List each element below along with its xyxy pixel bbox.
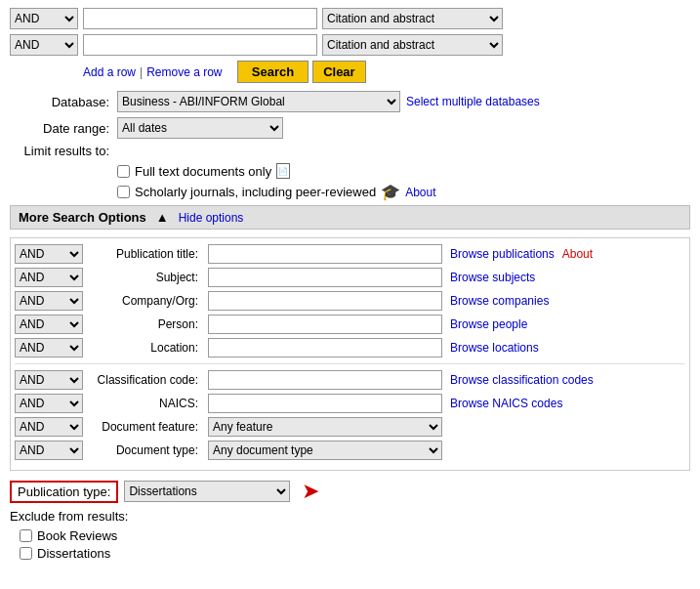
more-options-label: More Search Options (19, 210, 146, 225)
field-select-2[interactable]: Citation and abstract Abstract Title Aut… (322, 34, 503, 56)
document-icon: 📄 (276, 163, 290, 179)
doc-feature-label: Document feature: (87, 420, 204, 434)
adv-row-naics: ANDORNOT NAICS: Browse NAICS codes (15, 394, 685, 413)
main-container: AND OR NOT Citation and abstract Abstrac… (0, 0, 700, 571)
exclude-results-row: Exclude from results: (10, 509, 690, 524)
clear-button[interactable]: Clear (312, 61, 366, 83)
browse-subjects-link[interactable]: Browse subjects (450, 271, 535, 284)
adv-op-subject[interactable]: ANDORNOT (15, 268, 83, 287)
exclude-dissertations-row: Dissertations (20, 546, 690, 561)
adv-op-location[interactable]: ANDORNOT (15, 338, 83, 358)
pub-title-input[interactable] (208, 244, 442, 264)
person-label: Person: (87, 317, 204, 331)
fulltext-label: Full text documents only (135, 164, 271, 179)
advanced-rows-section: ANDORNOT Publication title: Browse publi… (10, 237, 690, 471)
pub-title-label: Publication title: (87, 247, 204, 261)
search-row-2: AND OR NOT Citation and abstract Abstrac… (10, 34, 690, 56)
naics-input[interactable] (208, 394, 442, 413)
separator: | (140, 65, 143, 79)
publication-type-row: Publication type: Dissertations All Jour… (10, 479, 690, 504)
search-button[interactable]: Search (237, 61, 309, 83)
doc-type-label: Document type: (87, 443, 204, 457)
company-input[interactable] (208, 291, 442, 311)
date-range-label: Date range: (10, 121, 117, 136)
red-arrow-icon: ➤ (302, 479, 319, 504)
scholarly-checkbox-row: Scholarly journals, including peer-revie… (117, 183, 690, 201)
hide-options-link[interactable]: Hide options (179, 211, 244, 225)
subject-input[interactable] (208, 268, 442, 287)
more-options-bar: More Search Options ▲ Hide options (10, 205, 690, 230)
section-divider-1 (15, 363, 685, 364)
browse-people-link[interactable]: Browse people (450, 317, 527, 331)
adv-row-subject: ANDORNOT Subject: Browse subjects (15, 268, 685, 287)
search-input-2[interactable] (83, 34, 317, 56)
operator-select-2[interactable]: AND OR NOT (10, 34, 78, 56)
browse-classification-link[interactable]: Browse classification codes (450, 373, 594, 387)
hide-arrow-icon: ▲ (156, 210, 169, 225)
database-select[interactable]: Business - ABI/INFORM Global ProQuest Ce… (117, 91, 400, 112)
exclude-book-reviews-row: Book Reviews (20, 528, 690, 543)
adv-op-naics[interactable]: ANDORNOT (15, 394, 83, 413)
limit-results-row: Limit results to: (10, 144, 690, 158)
location-label: Location: (87, 341, 204, 355)
naics-label: NAICS: (87, 397, 204, 410)
browse-publications-link[interactable]: Browse publications (450, 247, 555, 261)
adv-row-person: ANDORNOT Person: Browse people (15, 315, 685, 334)
scholarly-about-link[interactable]: About (405, 186, 435, 199)
remove-row-link[interactable]: Remove a row (146, 65, 222, 79)
fulltext-checkbox-row: Full text documents only 📄 (117, 163, 690, 179)
scholarly-label: Scholarly journals, including peer-revie… (135, 185, 376, 199)
adv-row-doc-feature: ANDORNOT Document feature: Any feature C… (15, 417, 685, 437)
fulltext-checkbox[interactable] (117, 165, 130, 178)
pub-title-about-link[interactable]: About (562, 247, 593, 261)
browse-naics-link[interactable]: Browse NAICS codes (450, 397, 562, 410)
adv-row-classification: ANDORNOT Classification code: Browse cla… (15, 370, 685, 390)
publication-type-select[interactable]: Dissertations All Journals Books Confere… (124, 481, 290, 502)
doc-feature-select[interactable]: Any feature Charts Graphs Tables Photos (208, 417, 442, 437)
browse-companies-link[interactable]: Browse companies (450, 294, 549, 308)
adv-op-person[interactable]: ANDORNOT (15, 315, 83, 334)
exclude-book-reviews-checkbox[interactable] (20, 529, 32, 542)
adv-row-pub-title: ANDORNOT Publication title: Browse publi… (15, 244, 685, 264)
location-input[interactable] (208, 338, 442, 358)
database-control: Business - ABI/INFORM Global ProQuest Ce… (117, 91, 540, 112)
select-multiple-databases-link[interactable]: Select multiple databases (406, 95, 540, 108)
date-range-control: All dates Last 7 days Last 30 days Last … (117, 117, 283, 139)
exclude-results-label: Exclude from results: (10, 509, 128, 524)
field-select-1[interactable]: Citation and abstract Abstract Title Aut… (322, 8, 503, 29)
graduation-icon: 🎓 (381, 183, 400, 201)
limit-results-label: Limit results to: (10, 144, 117, 158)
adv-row-doc-type: ANDORNOT Document type: Any document typ… (15, 441, 685, 460)
search-row-1: AND OR NOT Citation and abstract Abstrac… (10, 8, 690, 29)
subject-label: Subject: (87, 271, 204, 284)
scholarly-checkbox[interactable] (117, 186, 130, 198)
publication-type-label: Publication type: (10, 481, 118, 503)
add-row-link[interactable]: Add a row (83, 65, 136, 79)
database-row: Database: Business - ABI/INFORM Global P… (10, 91, 690, 112)
company-label: Company/Org: (87, 294, 204, 308)
browse-locations-link[interactable]: Browse locations (450, 341, 539, 355)
adv-op-company[interactable]: ANDORNOT (15, 291, 83, 311)
operator-select-1[interactable]: AND OR NOT (10, 8, 78, 29)
database-label: Database: (10, 95, 117, 109)
adv-row-location: ANDORNOT Location: Browse locations (15, 338, 685, 358)
date-range-select[interactable]: All dates Last 7 days Last 30 days Last … (117, 117, 283, 139)
adv-row-company: ANDORNOT Company/Org: Browse companies (15, 291, 685, 311)
exclude-book-reviews-label: Book Reviews (37, 528, 117, 543)
exclude-dissertations-checkbox[interactable] (20, 547, 32, 560)
row-actions: Add a row | Remove a row Search Clear (83, 61, 690, 83)
date-range-row: Date range: All dates Last 7 days Last 3… (10, 117, 690, 139)
adv-op-pub-title[interactable]: ANDORNOT (15, 244, 83, 264)
adv-op-doc-type[interactable]: ANDORNOT (15, 441, 83, 460)
person-input[interactable] (208, 315, 442, 334)
doc-type-select[interactable]: Any document type Article Report Case St… (208, 441, 442, 460)
adv-op-doc-feature[interactable]: ANDORNOT (15, 417, 83, 437)
classification-input[interactable] (208, 370, 442, 390)
search-input-1[interactable] (83, 8, 317, 29)
adv-op-classification[interactable]: ANDORNOT (15, 370, 83, 390)
exclude-dissertations-label: Dissertations (37, 546, 110, 561)
classification-label: Classification code: (87, 373, 204, 387)
